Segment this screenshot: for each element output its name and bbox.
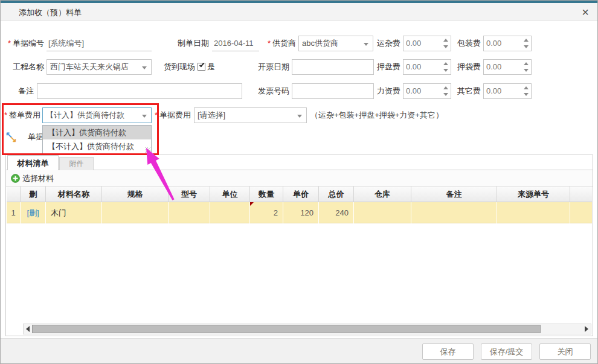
whole-fee-dropdown-list: 【计入】供货商待付款 【不计入】供货商待付款: [42, 125, 152, 154]
scroll-left-icon[interactable]: [26, 326, 30, 332]
spinner-buttons[interactable]: [521, 60, 529, 74]
bag-fee-spinner[interactable]: 0.00: [483, 59, 532, 75]
arrow-se-icon: ↘: [10, 134, 17, 144]
tray-fee-spinner[interactable]: 0.00: [403, 59, 451, 75]
tray-fee-value: 0.00: [406, 60, 421, 74]
freight-fee-spinner[interactable]: 0.00: [403, 36, 451, 51]
cell-price[interactable]: 120: [283, 202, 319, 223]
spin-down-icon[interactable]: [524, 93, 529, 96]
spinner-buttons[interactable]: [441, 36, 448, 51]
spin-up-icon[interactable]: [524, 62, 529, 65]
tray-fee-label: 押盘费: [372, 59, 400, 75]
whole-fee-label: *整单费用: [2, 107, 40, 123]
labor-fee-spinner[interactable]: 0.00: [403, 83, 451, 99]
cell-remark[interactable]: [411, 202, 497, 223]
bill-no-input[interactable]: [系统编号]: [47, 36, 152, 51]
tab-attachment[interactable]: 附件: [59, 157, 94, 170]
whole-fee-value: 【计入】供货商待付款: [46, 110, 124, 120]
horizontal-scrollbar[interactable]: [23, 324, 591, 334]
packing-fee-value: 0.00: [486, 36, 501, 51]
close-icon[interactable]: ×: [582, 4, 589, 20]
invoice-no-input[interactable]: [292, 83, 374, 99]
col-unit: 单位: [210, 187, 250, 202]
spin-down-icon[interactable]: [443, 45, 448, 48]
spin-up-icon[interactable]: [443, 86, 448, 89]
select-material-label: 选择材料: [22, 174, 54, 183]
spin-down-icon[interactable]: [524, 45, 529, 48]
packing-fee-label: 包装费: [452, 36, 481, 51]
goods-on-site-checkbox-text: 是: [207, 59, 219, 75]
remark-input[interactable]: [37, 83, 242, 99]
cell-total[interactable]: 240: [319, 202, 354, 223]
spinner-buttons[interactable]: [441, 60, 448, 74]
make-date-input[interactable]: 2016-04-11: [212, 36, 259, 51]
goods-on-site-label: 货到现场: [159, 59, 195, 75]
make-date-label: 制单日期: [164, 36, 209, 51]
close-button[interactable]: 关闭: [539, 343, 591, 360]
scroll-right-icon[interactable]: [585, 326, 588, 332]
cell-source-no[interactable]: [497, 202, 570, 223]
scrollbar-thumb[interactable]: [32, 325, 541, 333]
cell-spec[interactable]: [102, 202, 169, 223]
add-plus-icon: [11, 174, 20, 183]
cell-model[interactable]: [169, 202, 210, 223]
chevron-down-icon: [297, 115, 302, 118]
bill-no-label: *单据编号: [2, 36, 44, 51]
col-source-no: 来源单号: [497, 187, 570, 202]
col-price: 单价: [283, 187, 319, 202]
spinner-buttons[interactable]: [521, 84, 529, 98]
spin-down-icon[interactable]: [443, 69, 448, 72]
spin-up-icon[interactable]: [524, 39, 529, 42]
col-filler: [570, 187, 592, 202]
cell-qty[interactable]: 2: [250, 202, 283, 223]
remark-label: 备注: [2, 83, 34, 99]
resize-grip-icon[interactable]: [145, 147, 150, 153]
required-marker: *: [155, 110, 158, 120]
table-row[interactable]: 1 [删] 木门 2 120 240: [7, 202, 592, 223]
whole-fee-select[interactable]: 【计入】供货商待付款: [42, 107, 152, 123]
spinner-buttons[interactable]: [521, 36, 529, 51]
project-value: 西门车站天天来火锅店: [50, 62, 129, 71]
col-index: [7, 187, 21, 202]
dropdown-option-exclude[interactable]: 【不计入】供货商待付款: [43, 139, 151, 153]
edited-cell-marker: [250, 202, 254, 206]
spin-up-icon[interactable]: [443, 62, 448, 65]
project-select[interactable]: 西门车站天天来火锅店: [47, 59, 152, 75]
spin-up-icon[interactable]: [524, 86, 529, 89]
spin-up-icon[interactable]: [443, 39, 448, 42]
supplier-select[interactable]: abc供货商: [298, 36, 373, 51]
labor-fee-value: 0.00: [406, 84, 421, 98]
cell-material-name[interactable]: 木门: [46, 202, 102, 223]
table-header: 删 材料名称 规格 型号 单位 数量 单价 总价 仓库 备注 来源单号: [7, 187, 592, 202]
dialog-titlebar: 添加收（预）料单 ×: [1, 3, 597, 21]
supplier-label: *供货商: [254, 36, 296, 51]
fee-formula-hint: （运杂+包装+押盘+押袋+力资+其它）: [310, 107, 443, 123]
packing-fee-spinner[interactable]: 0.00: [483, 36, 532, 51]
spin-down-icon[interactable]: [443, 93, 448, 96]
tab-material-list[interactable]: 材料清单: [7, 155, 59, 170]
cell-unit[interactable]: [210, 202, 250, 223]
spin-down-icon[interactable]: [524, 69, 529, 72]
chevron-down-icon: [364, 43, 368, 46]
make-date-value: 2016-04-11: [214, 39, 254, 48]
dropdown-option-include[interactable]: 【计入】供货商待付款: [43, 126, 151, 139]
save-submit-button[interactable]: 保存/提交: [481, 343, 532, 360]
bill-fee-label-text: 单据费用: [159, 110, 191, 120]
bill-fee-value: [请选择]: [198, 110, 225, 120]
bill-no-label-text: 单据编号: [13, 39, 44, 48]
col-remark: 备注: [411, 187, 497, 202]
save-button[interactable]: 保存: [422, 343, 474, 360]
qty-value: 2: [274, 208, 278, 217]
delete-row-link[interactable]: [删]: [27, 208, 39, 217]
cell-warehouse[interactable]: [354, 202, 411, 223]
col-total: 总价: [319, 187, 354, 202]
dialog-footer: 保存 保存/提交 关闭: [1, 338, 597, 364]
other-fee-spinner[interactable]: 0.00: [483, 83, 532, 99]
goods-on-site-checkbox[interactable]: [198, 63, 205, 71]
swap-arrows-icon[interactable]: ↖ ↘: [5, 131, 19, 144]
col-material-name: 材料名称: [46, 187, 102, 202]
select-material-button[interactable]: 选择材料: [9, 172, 54, 185]
spinner-buttons[interactable]: [441, 84, 448, 98]
bill-fee-select[interactable]: [请选择]: [194, 107, 307, 123]
invoice-date-input[interactable]: [292, 59, 374, 75]
